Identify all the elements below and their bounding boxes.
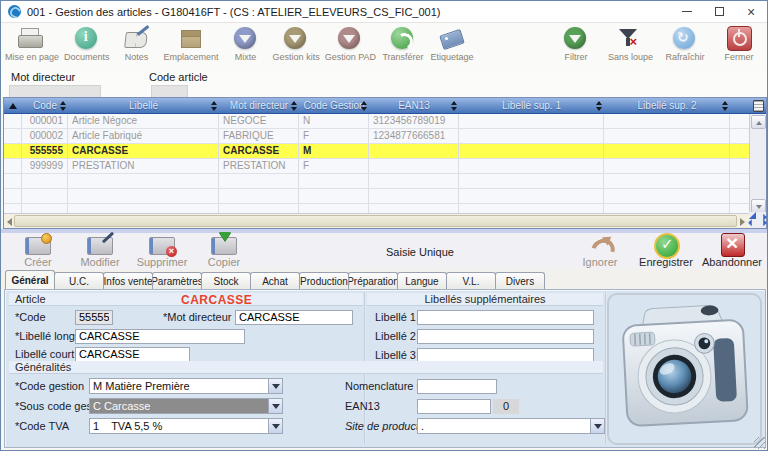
action-button[interactable]: Modifier bbox=[71, 235, 129, 268]
action-button[interactable]: Créer bbox=[9, 235, 67, 268]
article-photo-placeholder[interactable] bbox=[607, 293, 762, 445]
toolbar-button[interactable]: Rafraîchir bbox=[663, 26, 707, 63]
titlebar: 001 - Gestion des articles - G180416FT -… bbox=[1, 1, 767, 23]
code-label: *Code bbox=[15, 311, 75, 323]
column-code[interactable]: Code bbox=[22, 98, 68, 113]
tab-infos-vente[interactable]: Infos vente bbox=[103, 272, 153, 289]
libelle-court-field[interactable] bbox=[75, 347, 190, 362]
tab-vl[interactable]: V.L. bbox=[446, 272, 496, 289]
chevron-down-icon[interactable] bbox=[268, 399, 282, 413]
libelle-long-field[interactable] bbox=[75, 329, 245, 344]
close-button[interactable]: × bbox=[735, 1, 767, 22]
toolbar-button[interactable]: Gestion kits bbox=[273, 26, 320, 63]
tab-parametres[interactable]: Paramètres bbox=[152, 272, 202, 289]
cell-ean13 bbox=[369, 174, 459, 188]
sort-arrows-icon[interactable] bbox=[60, 101, 67, 111]
toolbar-button[interactable]: Gestion PAD bbox=[325, 26, 376, 63]
scroll-left-icon[interactable] bbox=[7, 218, 12, 226]
tab-uc[interactable]: U.C. bbox=[54, 272, 104, 289]
horizontal-scrollbar[interactable] bbox=[4, 213, 749, 228]
vertical-scrollbar[interactable] bbox=[749, 114, 766, 214]
tab-langue[interactable]: Langue bbox=[397, 272, 447, 289]
action-button[interactable]: Enregistrer bbox=[637, 235, 695, 268]
tab-production[interactable]: Production bbox=[299, 272, 349, 289]
libelle-court-label: Libellé court bbox=[15, 348, 75, 360]
maximize-button[interactable] bbox=[703, 1, 735, 22]
tab-preparation[interactable]: Préparation bbox=[348, 272, 398, 289]
toolbar-button[interactable]: Mixte bbox=[224, 26, 268, 63]
action-button[interactable]: Copier bbox=[195, 235, 253, 268]
tab-stock[interactable]: Stock bbox=[201, 272, 251, 289]
chevron-down-icon[interactable] bbox=[268, 379, 282, 393]
toolbar-button[interactable]: Sans loupe bbox=[608, 26, 653, 63]
table-row[interactable] bbox=[4, 189, 766, 204]
toolbar: Mise en page Documents Notes Emplacement bbox=[1, 23, 767, 70]
horizontal-scroll-thumb[interactable] bbox=[14, 215, 737, 227]
toolbar-button[interactable]: Notes bbox=[115, 26, 159, 63]
sort-arrows-icon[interactable] bbox=[722, 101, 729, 111]
box-icon bbox=[177, 26, 205, 52]
table-row[interactable]: 999999 PRESTATION PRESTATION F bbox=[4, 159, 766, 174]
scroll-down-button[interactable] bbox=[751, 199, 766, 213]
column-ean13[interactable]: EAN13 bbox=[369, 98, 459, 113]
table-row[interactable] bbox=[4, 174, 766, 189]
toolbar-button[interactable]: Emplacement bbox=[164, 26, 219, 63]
libelle-sup-field[interactable] bbox=[417, 329, 594, 344]
maximize-icon bbox=[715, 7, 724, 16]
column-mot-directeur[interactable]: Mot directeur bbox=[219, 98, 299, 113]
sort-arrows-icon[interactable] bbox=[596, 101, 603, 111]
sort-arrows-icon[interactable] bbox=[211, 101, 218, 111]
sort-indicator-column[interactable] bbox=[4, 98, 22, 113]
sous-code-gestion-select[interactable]: C Carcasse bbox=[89, 398, 283, 414]
libelle-sup-label: Libellé 3 bbox=[375, 349, 417, 361]
sort-arrows-icon[interactable] bbox=[361, 101, 368, 111]
toolbar-button[interactable]: Mise en page bbox=[5, 26, 59, 63]
code-tva-select[interactable]: 1 TVA 5,5 % bbox=[89, 418, 283, 434]
app-window: 001 - Gestion des articles - G180416FT -… bbox=[0, 0, 768, 451]
table-row[interactable]: 000001 Article Négoce NEGOCE N 312345678… bbox=[4, 114, 766, 129]
column-code-gestion[interactable]: Code Gestion bbox=[299, 98, 369, 113]
code-field[interactable] bbox=[75, 310, 113, 325]
toolbar-button[interactable]: Etiquetage bbox=[430, 26, 474, 63]
code-gestion-select[interactable]: M Matière Première bbox=[89, 378, 283, 394]
tab-achat[interactable]: Achat bbox=[250, 272, 300, 289]
chevron-down-icon[interactable] bbox=[268, 419, 282, 433]
tab-divers[interactable]: Divers bbox=[495, 272, 545, 289]
scroll-up-button[interactable] bbox=[751, 115, 766, 129]
mot-directeur-field[interactable] bbox=[235, 310, 353, 325]
power-icon bbox=[725, 26, 753, 52]
grid-settings-icon[interactable] bbox=[753, 100, 764, 112]
pad-circle-icon bbox=[336, 26, 364, 52]
cell-mot-directeur: FABRIQUE bbox=[219, 129, 299, 143]
table-row[interactable]: 000002 Article Fabriqué FABRIQUE F 12348… bbox=[4, 129, 766, 144]
action-button[interactable]: Ignorer bbox=[571, 235, 629, 268]
card-new-icon bbox=[23, 235, 53, 255]
tab-general[interactable]: Général bbox=[5, 270, 55, 289]
site-production-select[interactable]: . bbox=[417, 418, 605, 434]
chevron-down-icon[interactable] bbox=[590, 419, 604, 433]
toolbar-button[interactable]: Filtrer bbox=[554, 26, 598, 63]
sort-arrows-icon[interactable] bbox=[451, 101, 458, 111]
table-row[interactable]: 555555 CARCASSE CARCASSE M bbox=[4, 144, 766, 159]
card-copy-icon bbox=[209, 235, 239, 255]
navigate-arrows-icon[interactable] bbox=[749, 212, 766, 228]
column-libelle-sup-1[interactable]: Libellé sup. 1 bbox=[459, 98, 604, 113]
sort-arrows-icon[interactable] bbox=[291, 101, 298, 111]
scroll-right-icon[interactable] bbox=[740, 218, 745, 226]
cell-mot-directeur: PRESTATION bbox=[219, 159, 299, 173]
nomenclature-cee-field[interactable] bbox=[417, 379, 497, 394]
cell-mot-directeur bbox=[219, 189, 299, 203]
toolbar-button[interactable]: Documents bbox=[64, 26, 110, 63]
card-edit-icon bbox=[85, 235, 115, 255]
resize-grip[interactable] bbox=[754, 437, 766, 449]
action-button[interactable]: Abandonner bbox=[703, 235, 761, 268]
action-button[interactable]: Supprimer bbox=[133, 235, 191, 268]
minimize-button[interactable] bbox=[671, 1, 703, 22]
column-libelle[interactable]: Libellé bbox=[68, 98, 219, 113]
libelle-sup-field[interactable] bbox=[417, 310, 594, 325]
toolbar-button[interactable]: Fermer bbox=[717, 26, 761, 63]
ean13-field[interactable] bbox=[417, 399, 491, 414]
toolbar-button[interactable]: Transférer bbox=[381, 26, 425, 63]
libelles-sup-fields: Libellé 1 Libellé 2 Libellé 3 bbox=[375, 309, 594, 363]
column-libelle-sup-2[interactable]: Libellé sup. 2 bbox=[604, 98, 730, 113]
